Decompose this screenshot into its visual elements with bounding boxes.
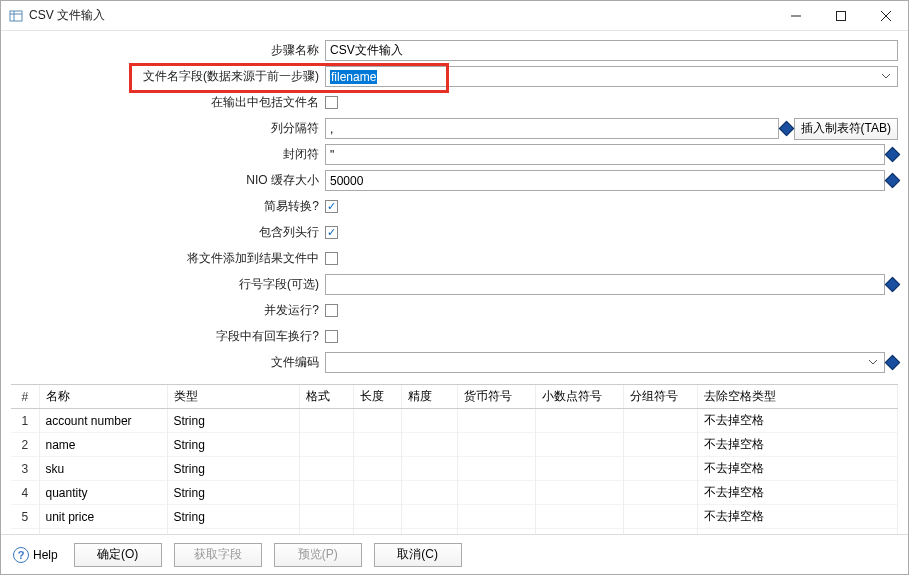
col-idx[interactable]: # bbox=[11, 385, 39, 409]
cell-prec[interactable] bbox=[401, 505, 457, 529]
ok-button[interactable]: 确定(O) bbox=[74, 543, 162, 567]
col-grp[interactable]: 分组符号 bbox=[623, 385, 697, 409]
var-icon[interactable] bbox=[885, 277, 901, 293]
cell-idx[interactable]: 4 bbox=[11, 481, 39, 505]
minimize-button[interactable] bbox=[773, 1, 818, 31]
cell-name[interactable]: account number bbox=[39, 409, 167, 433]
rownum-field-input[interactable] bbox=[325, 274, 885, 295]
col-prec[interactable]: 精度 bbox=[401, 385, 457, 409]
cell-name[interactable]: name bbox=[39, 433, 167, 457]
cancel-button[interactable]: 取消(C) bbox=[374, 543, 462, 567]
table-row[interactable]: 3skuString不去掉空格 bbox=[11, 457, 898, 481]
titlebar: CSV 文件输入 bbox=[1, 1, 908, 31]
parallel-checkbox[interactable] bbox=[325, 304, 338, 317]
col-trim[interactable]: 去除空格类型 bbox=[697, 385, 898, 409]
header-row-checkbox[interactable] bbox=[325, 226, 338, 239]
cell-len[interactable] bbox=[353, 505, 401, 529]
col-fmt[interactable]: 格式 bbox=[299, 385, 353, 409]
var-icon[interactable] bbox=[885, 173, 901, 189]
var-icon[interactable] bbox=[885, 147, 901, 163]
cell-dec[interactable] bbox=[535, 457, 623, 481]
var-icon[interactable] bbox=[885, 355, 901, 371]
fields-table[interactable]: # 名称 类型 格式 长度 精度 货币符号 小数点符号 分组符号 去除空格类型 … bbox=[11, 385, 898, 534]
cell-trim[interactable]: 不去掉空格 bbox=[697, 457, 898, 481]
cell-grp[interactable] bbox=[623, 481, 697, 505]
col-dec[interactable]: 小数点符号 bbox=[535, 385, 623, 409]
maximize-button[interactable] bbox=[818, 1, 863, 31]
cell-grp[interactable] bbox=[623, 409, 697, 433]
cell-name[interactable]: quantity bbox=[39, 481, 167, 505]
col-type[interactable]: 类型 bbox=[167, 385, 299, 409]
cell-dec[interactable] bbox=[535, 481, 623, 505]
table-row[interactable]: 2nameString不去掉空格 bbox=[11, 433, 898, 457]
cell-fmt[interactable] bbox=[299, 505, 353, 529]
cell-len[interactable] bbox=[353, 409, 401, 433]
newline-in-field-checkbox[interactable] bbox=[325, 330, 338, 343]
cell-type[interactable]: String bbox=[167, 409, 299, 433]
cell-trim[interactable]: 不去掉空格 bbox=[697, 481, 898, 505]
cell-trim[interactable]: 不去掉空格 bbox=[697, 433, 898, 457]
cell-idx[interactable]: 1 bbox=[11, 409, 39, 433]
cell-dec[interactable] bbox=[535, 409, 623, 433]
cell-dec[interactable] bbox=[535, 505, 623, 529]
cell-len[interactable] bbox=[353, 481, 401, 505]
cell-dec[interactable] bbox=[535, 433, 623, 457]
enclosure-input[interactable] bbox=[325, 144, 885, 165]
cell-cur[interactable] bbox=[457, 433, 535, 457]
col-name[interactable]: 名称 bbox=[39, 385, 167, 409]
step-name-input[interactable] bbox=[325, 40, 898, 61]
cell-cur[interactable] bbox=[457, 481, 535, 505]
insert-tab-button[interactable]: 插入制表符(TAB) bbox=[794, 118, 898, 140]
table-row[interactable]: 4quantityString不去掉空格 bbox=[11, 481, 898, 505]
var-icon[interactable] bbox=[778, 121, 794, 137]
cell-grp[interactable] bbox=[623, 505, 697, 529]
col-cur[interactable]: 货币符号 bbox=[457, 385, 535, 409]
help-button[interactable]: ? Help bbox=[13, 547, 58, 563]
cell-prec[interactable] bbox=[401, 481, 457, 505]
close-button[interactable] bbox=[863, 1, 908, 31]
get-fields-button[interactable]: 获取字段 bbox=[174, 543, 262, 567]
filename-field-value: filename bbox=[330, 70, 377, 84]
col-len[interactable]: 长度 bbox=[353, 385, 401, 409]
cell-type[interactable]: String bbox=[167, 481, 299, 505]
cell-fmt[interactable] bbox=[299, 481, 353, 505]
newline-in-field-label: 字段中有回车换行? bbox=[11, 328, 325, 345]
cell-type[interactable]: String bbox=[167, 457, 299, 481]
cell-cur[interactable] bbox=[457, 457, 535, 481]
cell-len[interactable] bbox=[353, 457, 401, 481]
delimiter-label: 列分隔符 bbox=[11, 120, 325, 137]
table-row[interactable]: 5unit priceString不去掉空格 bbox=[11, 505, 898, 529]
cell-len[interactable] bbox=[353, 433, 401, 457]
cell-fmt[interactable] bbox=[299, 433, 353, 457]
cell-idx[interactable]: 2 bbox=[11, 433, 39, 457]
help-icon: ? bbox=[13, 547, 29, 563]
cell-prec[interactable] bbox=[401, 433, 457, 457]
cell-trim[interactable]: 不去掉空格 bbox=[697, 409, 898, 433]
fields-table-wrap: # 名称 类型 格式 长度 精度 货币符号 小数点符号 分组符号 去除空格类型 … bbox=[11, 384, 898, 534]
cell-fmt[interactable] bbox=[299, 409, 353, 433]
cell-grp[interactable] bbox=[623, 433, 697, 457]
cell-idx[interactable]: 3 bbox=[11, 457, 39, 481]
include-filename-checkbox[interactable] bbox=[325, 96, 338, 109]
nio-buffer-input[interactable] bbox=[325, 170, 885, 191]
cell-trim[interactable]: 不去掉空格 bbox=[697, 505, 898, 529]
dialog-window: CSV 文件输入 步骤名称 文件名字段(数据来源于前一步骤) filename bbox=[0, 0, 909, 575]
filename-field-combo[interactable]: filename bbox=[325, 66, 898, 87]
cell-fmt[interactable] bbox=[299, 457, 353, 481]
cell-prec[interactable] bbox=[401, 457, 457, 481]
simple-convert-checkbox[interactable] bbox=[325, 200, 338, 213]
delimiter-input[interactable] bbox=[325, 118, 779, 139]
cell-cur[interactable] bbox=[457, 505, 535, 529]
table-row[interactable]: 1account numberString不去掉空格 bbox=[11, 409, 898, 433]
cell-name[interactable]: sku bbox=[39, 457, 167, 481]
cell-type[interactable]: String bbox=[167, 505, 299, 529]
cell-name[interactable]: unit price bbox=[39, 505, 167, 529]
cell-cur[interactable] bbox=[457, 409, 535, 433]
cell-idx[interactable]: 5 bbox=[11, 505, 39, 529]
preview-button[interactable]: 预览(P) bbox=[274, 543, 362, 567]
cell-prec[interactable] bbox=[401, 409, 457, 433]
add-to-result-checkbox[interactable] bbox=[325, 252, 338, 265]
file-encoding-combo[interactable] bbox=[325, 352, 885, 373]
cell-type[interactable]: String bbox=[167, 433, 299, 457]
cell-grp[interactable] bbox=[623, 457, 697, 481]
